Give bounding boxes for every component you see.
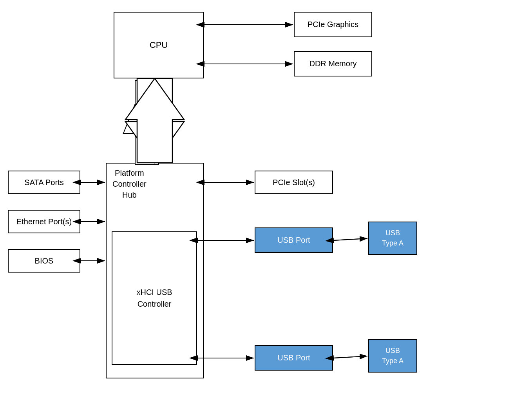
ddr-memory-label: DDR Memory	[309, 59, 356, 68]
usb-port-top-type-a-arrow	[333, 238, 367, 240]
xhci-box: xHCI USBController	[112, 231, 197, 365]
usb-type-a-top-box: USBType A	[368, 222, 417, 255]
ddr-memory-box: DDR Memory	[294, 51, 372, 76]
cpu-box: CPU	[114, 12, 204, 78]
pcie-graphics-label: PCIe Graphics	[308, 20, 358, 29]
diagram-arrows	[0, 0, 532, 400]
xhci-label: xHCI USBController	[136, 286, 172, 310]
usb-port-bottom-type-a-arrow	[333, 356, 367, 358]
pcie-graphics-box: PCIe Graphics	[294, 12, 372, 37]
usb-port-top-box: USB Port	[255, 227, 333, 253]
usb-port-top-label: USB Port	[277, 236, 310, 245]
sata-ports-box: SATA Ports	[8, 171, 80, 194]
bios-label: BIOS	[35, 256, 54, 265]
usb-type-a-bottom-label: USBType A	[382, 346, 404, 365]
ethernet-ports-label: Ethernet Port(s)	[16, 217, 72, 226]
cpu-pch-arrow-up	[123, 104, 159, 165]
usb-type-a-top-label: USBType A	[382, 228, 404, 248]
pch-label: PlatformControllerHub	[112, 167, 147, 200]
cpu-label: CPU	[150, 40, 168, 50]
usb-port-bottom-label: USB Port	[277, 353, 310, 362]
ethernet-ports-box: Ethernet Port(s)	[8, 210, 80, 233]
cpu-pch-arrow	[135, 80, 170, 149]
bios-box: BIOS	[8, 249, 80, 273]
pcie-slots-box: PCIe Slot(s)	[255, 171, 333, 194]
pcie-slots-label: PCIe Slot(s)	[273, 178, 315, 187]
usb-type-a-bottom-box: USBType A	[368, 339, 417, 373]
usb-port-bottom-box: USB Port	[255, 345, 333, 371]
sata-ports-label: SATA Ports	[24, 178, 63, 187]
